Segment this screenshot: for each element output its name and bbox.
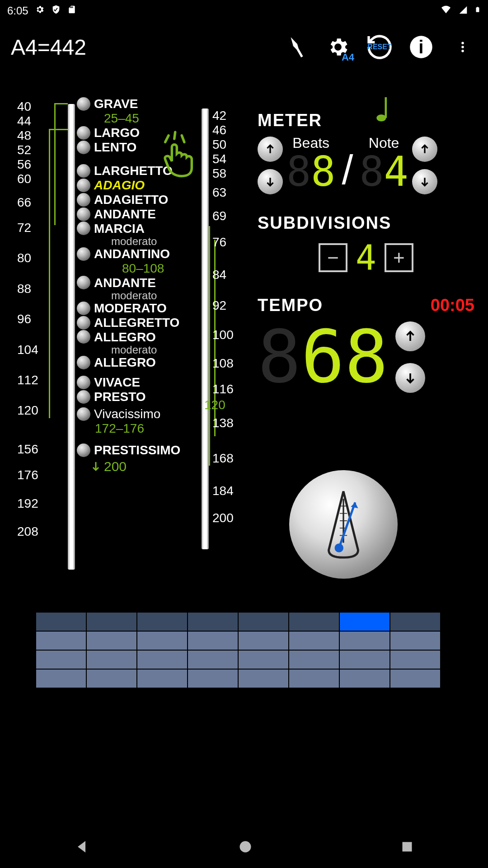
- tempo-item-andante-moderato[interactable]: ANDANTEmoderato: [77, 276, 180, 301]
- nav-home-icon[interactable]: [239, 840, 252, 855]
- note-up-button[interactable]: [412, 137, 437, 162]
- tick-mark: [49, 129, 68, 130]
- tempo-item-adagietto[interactable]: ADAGIETTO: [77, 193, 180, 207]
- beat-cell[interactable]: [36, 613, 86, 631]
- meter-slash: /: [342, 147, 353, 193]
- radio-icon: [77, 208, 90, 221]
- beat-cell[interactable]: [340, 651, 389, 669]
- note-down-button[interactable]: [412, 169, 437, 194]
- radio-icon: [77, 193, 90, 207]
- beat-cell[interactable]: [87, 651, 136, 669]
- radio-icon: [77, 222, 90, 235]
- beats-display: 88: [286, 151, 335, 192]
- beat-cell[interactable]: [340, 632, 389, 650]
- beat-cell[interactable]: [36, 670, 86, 688]
- tempo-item-presto[interactable]: PRESTO: [77, 390, 180, 404]
- radio-icon: [77, 302, 90, 315]
- a4-settings-icon[interactable]: A4: [324, 33, 352, 61]
- beat-cell[interactable]: [390, 613, 440, 631]
- radio-icon: [77, 330, 90, 344]
- tempo-item-prestissimo[interactable]: PRESTISSIMO: [77, 443, 180, 458]
- elapsed-timer: 00:05: [431, 296, 474, 315]
- beat-cell[interactable]: [239, 670, 288, 688]
- tempo-item-vivace[interactable]: VIVACE: [77, 375, 180, 390]
- reset-button[interactable]: RESET: [365, 33, 394, 61]
- beat-cell[interactable]: [239, 632, 288, 650]
- beat-cell[interactable]: [340, 613, 389, 631]
- note-display: 84: [359, 151, 408, 192]
- beat-cell[interactable]: [36, 651, 86, 669]
- radio-icon: [77, 443, 90, 457]
- beat-cell[interactable]: [289, 632, 339, 650]
- beat-cell[interactable]: [340, 670, 389, 688]
- beats-up-button[interactable]: [258, 137, 283, 162]
- radio-icon: [77, 407, 90, 421]
- beat-cell[interactable]: [289, 670, 339, 688]
- beat-cell[interactable]: [188, 651, 238, 669]
- beat-cell[interactable]: [239, 613, 288, 631]
- svg-point-16: [239, 841, 251, 853]
- beat-cell[interactable]: [188, 613, 238, 631]
- beat-cell[interactable]: [188, 632, 238, 650]
- scale-left-bar: [68, 104, 75, 570]
- overflow-menu-icon[interactable]: [448, 33, 477, 61]
- beat-cell[interactable]: [137, 613, 187, 631]
- beat-cell[interactable]: [87, 613, 136, 631]
- beat-cell[interactable]: [188, 670, 238, 688]
- radio-icon: [77, 179, 90, 192]
- tempo-down-button[interactable]: [395, 363, 425, 393]
- subdivision-plus-button[interactable]: +: [385, 243, 413, 272]
- radio-icon: [77, 276, 90, 289]
- quarter-note-icon: [375, 97, 393, 124]
- beat-cell[interactable]: [137, 651, 187, 669]
- beat-cell[interactable]: [390, 670, 440, 688]
- beat-cell[interactable]: [289, 651, 339, 669]
- tick-mark: [54, 103, 56, 225]
- tempo-display: 868: [258, 321, 388, 393]
- beat-cell[interactable]: [390, 632, 440, 650]
- radio-icon: [77, 126, 90, 140]
- tempo-item-allegretto[interactable]: ALLEGRETTO: [77, 316, 180, 330]
- nav-recent-icon[interactable]: [401, 840, 413, 855]
- tempo-item-andantino[interactable]: ANDANTINO: [77, 247, 180, 261]
- radio-icon: [77, 316, 90, 330]
- beat-cell[interactable]: [137, 670, 187, 688]
- beat-cell[interactable]: [87, 632, 136, 650]
- tempo-item-moderato[interactable]: MODERATO: [77, 301, 180, 316]
- beat-grid[interactable]: [36, 613, 440, 688]
- svg-rect-6: [385, 97, 387, 118]
- radio-icon: [77, 164, 90, 178]
- tempo-item-allegro[interactable]: ALLEGRO: [77, 355, 180, 370]
- info-button[interactable]: i: [407, 33, 436, 61]
- svg-marker-14: [351, 502, 358, 508]
- tempo-item-marcia[interactable]: MARCIAmoderato: [77, 222, 180, 247]
- beats-down-button[interactable]: [258, 169, 283, 194]
- tempo-item-grave[interactable]: GRAVE: [77, 97, 180, 111]
- tempo-item-vivacissimo[interactable]: Vivacissimo: [77, 407, 180, 421]
- meter-label: METER: [258, 111, 474, 130]
- down-arrow-icon: 200: [90, 458, 180, 476]
- beat-cell[interactable]: [36, 632, 86, 650]
- radio-icon: [77, 141, 90, 154]
- beat-cell[interactable]: [239, 651, 288, 669]
- tempo-item-allegro-moderato[interactable]: ALLEGROmoderato: [77, 330, 180, 355]
- radio-icon: [77, 356, 90, 369]
- tempo-up-button[interactable]: [395, 321, 425, 351]
- beat-cell[interactable]: [390, 651, 440, 669]
- nav-back-icon[interactable]: [75, 839, 90, 856]
- svg-rect-17: [403, 842, 412, 852]
- tap-hint-icon: [154, 127, 203, 183]
- settings-status-icon: [35, 5, 45, 17]
- metronome-play-button[interactable]: [289, 470, 398, 579]
- beat-cell[interactable]: [137, 632, 187, 650]
- beat-cell[interactable]: [87, 670, 136, 688]
- subdivision-display: 4: [356, 237, 376, 278]
- nav-bar: [0, 827, 488, 868]
- svg-point-5: [376, 114, 386, 121]
- tempo-scale: 40 44 48 52 56 60 66 72 80 88 96 104 112…: [9, 99, 244, 592]
- tuning-fork-icon[interactable]: [282, 33, 311, 61]
- radio-icon: [77, 376, 90, 389]
- beat-cell[interactable]: [289, 613, 339, 631]
- subdivision-minus-button[interactable]: −: [319, 243, 347, 272]
- tempo-item-andante[interactable]: ANDANTE: [77, 207, 180, 222]
